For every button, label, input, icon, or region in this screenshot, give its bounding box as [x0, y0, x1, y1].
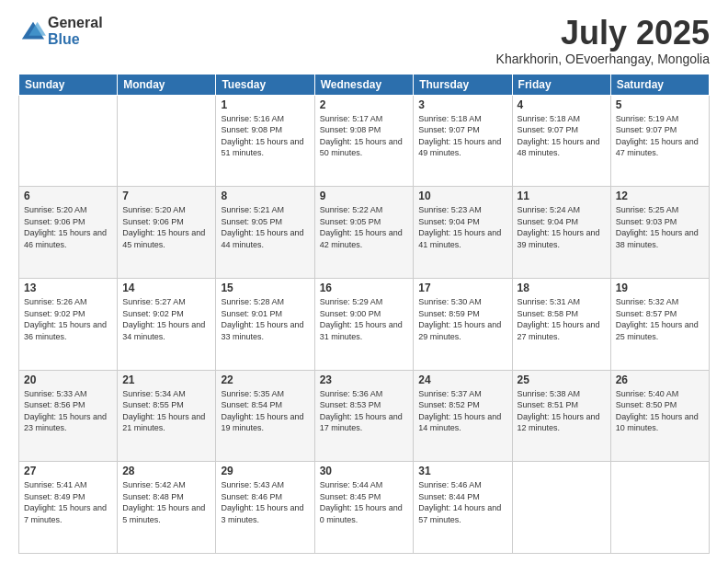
sunrise-text: Sunrise: 5:24 AM: [518, 205, 581, 214]
sunset-text: Sunset: 9:07 PM: [518, 125, 579, 134]
calendar-cell-2-4: 9 Sunrise: 5:22 AM Sunset: 9:05 PM Dayli…: [314, 187, 414, 279]
sunrise-text: Sunrise: 5:35 AM: [221, 389, 284, 398]
daylight-text: Daylight: 15 hours and 3 minutes.: [221, 503, 303, 524]
daylight-text: Daylight: 15 hours and 45 minutes.: [122, 228, 205, 249]
location-subtitle: Kharkhorin, OEvoerhangay, Mongolia: [496, 52, 710, 66]
day-number: 30: [320, 465, 409, 477]
day-number: 25: [518, 373, 606, 386]
day-number: 16: [320, 282, 409, 294]
daylight-text: Daylight: 15 hours and 38 minutes.: [616, 228, 699, 249]
cell-info: Sunrise: 5:32 AM Sunset: 8:57 PM Dayligh…: [616, 296, 704, 342]
day-number: 1: [221, 98, 309, 111]
daylight-text: Daylight: 15 hours and 17 minutes.: [320, 412, 403, 433]
col-sunday: Sunday: [19, 74, 118, 95]
day-number: 31: [418, 465, 506, 477]
col-monday: Monday: [118, 74, 216, 95]
cell-info: Sunrise: 5:18 AM Sunset: 9:07 PM Dayligh…: [518, 113, 606, 159]
day-number: 5: [616, 98, 704, 111]
page: General Blue July 2025 Kharkhorin, OEvoe…: [0, 0, 728, 563]
sunset-text: Sunset: 8:54 PM: [221, 400, 282, 409]
sunrise-text: Sunrise: 5:36 AM: [320, 389, 383, 398]
sunset-text: Sunset: 8:52 PM: [418, 400, 480, 409]
cell-info: Sunrise: 5:40 AM Sunset: 8:50 PM Dayligh…: [616, 388, 704, 434]
day-number: 2: [320, 98, 409, 111]
sunset-text: Sunset: 8:57 PM: [616, 309, 677, 318]
day-number: 26: [616, 373, 704, 386]
daylight-text: Daylight: 15 hours and 23 minutes.: [24, 412, 107, 433]
calendar-cell-1-3: 1 Sunrise: 5:16 AM Sunset: 9:08 PM Dayli…: [216, 95, 314, 187]
sunset-text: Sunset: 8:50 PM: [616, 400, 677, 409]
calendar-cell-4-2: 21 Sunrise: 5:34 AM Sunset: 8:55 PM Dayl…: [118, 370, 216, 462]
week-row-4: 20 Sunrise: 5:33 AM Sunset: 8:56 PM Dayl…: [19, 370, 710, 462]
sunrise-text: Sunrise: 5:30 AM: [418, 297, 482, 306]
day-number: 4: [518, 98, 606, 111]
logo-general-text: General: [48, 15, 103, 31]
sunrise-text: Sunrise: 5:22 AM: [320, 205, 383, 214]
sunrise-text: Sunrise: 5:28 AM: [221, 297, 284, 306]
calendar-cell-1-2: [118, 95, 216, 187]
calendar-cell-1-5: 3 Sunrise: 5:18 AM Sunset: 9:07 PM Dayli…: [414, 95, 512, 187]
sunset-text: Sunset: 8:51 PM: [518, 400, 579, 409]
sunrise-text: Sunrise: 5:25 AM: [616, 205, 679, 214]
calendar-cell-4-5: 24 Sunrise: 5:37 AM Sunset: 8:52 PM Dayl…: [414, 370, 512, 462]
calendar-cell-5-5: 31 Sunrise: 5:46 AM Sunset: 8:44 PM Dayl…: [414, 462, 512, 554]
sunrise-text: Sunrise: 5:27 AM: [122, 297, 186, 306]
cell-info: Sunrise: 5:22 AM Sunset: 9:05 PM Dayligh…: [320, 204, 409, 250]
daylight-text: Daylight: 15 hours and 27 minutes.: [518, 320, 600, 341]
cell-info: Sunrise: 5:17 AM Sunset: 9:08 PM Dayligh…: [320, 113, 409, 159]
sunset-text: Sunset: 9:07 PM: [418, 125, 480, 134]
calendar-cell-3-4: 16 Sunrise: 5:29 AM Sunset: 9:00 PM Dayl…: [314, 278, 414, 370]
cell-info: Sunrise: 5:24 AM Sunset: 9:04 PM Dayligh…: [518, 204, 606, 250]
daylight-text: Daylight: 15 hours and 39 minutes.: [518, 228, 600, 249]
header: General Blue July 2025 Kharkhorin, OEvoe…: [18, 15, 710, 66]
daylight-text: Daylight: 15 hours and 51 minutes.: [221, 137, 303, 158]
daylight-text: Daylight: 15 hours and 21 minutes.: [122, 412, 205, 433]
daylight-text: Daylight: 15 hours and 10 minutes.: [616, 412, 699, 433]
sunset-text: Sunset: 8:45 PM: [320, 492, 381, 501]
sunset-text: Sunset: 9:04 PM: [518, 217, 579, 226]
calendar-cell-4-7: 26 Sunrise: 5:40 AM Sunset: 8:50 PM Dayl…: [610, 370, 709, 462]
sunset-text: Sunset: 8:55 PM: [122, 400, 184, 409]
sunset-text: Sunset: 9:07 PM: [616, 125, 677, 134]
day-number: 18: [518, 282, 606, 294]
cell-info: Sunrise: 5:43 AM Sunset: 8:46 PM Dayligh…: [221, 479, 309, 525]
sunrise-text: Sunrise: 5:21 AM: [221, 205, 284, 214]
day-number: 11: [518, 190, 606, 202]
cell-info: Sunrise: 5:35 AM Sunset: 8:54 PM Dayligh…: [221, 388, 309, 434]
sunset-text: Sunset: 8:49 PM: [24, 492, 85, 501]
sunset-text: Sunset: 8:46 PM: [221, 492, 282, 501]
sunset-text: Sunset: 8:58 PM: [518, 309, 579, 318]
calendar-cell-3-1: 13 Sunrise: 5:26 AM Sunset: 9:02 PM Dayl…: [19, 278, 118, 370]
daylight-text: Daylight: 15 hours and 50 minutes.: [320, 137, 403, 158]
sunrise-text: Sunrise: 5:17 AM: [320, 114, 383, 123]
cell-info: Sunrise: 5:33 AM Sunset: 8:56 PM Dayligh…: [24, 388, 112, 434]
col-friday: Friday: [512, 74, 610, 95]
calendar-cell-5-2: 28 Sunrise: 5:42 AM Sunset: 8:48 PM Dayl…: [118, 462, 216, 554]
cell-info: Sunrise: 5:20 AM Sunset: 9:06 PM Dayligh…: [122, 204, 210, 250]
day-number: 28: [122, 465, 210, 477]
sunset-text: Sunset: 9:04 PM: [418, 217, 480, 226]
daylight-text: Daylight: 15 hours and 31 minutes.: [320, 320, 403, 341]
day-number: 13: [24, 282, 112, 294]
daylight-text: Daylight: 15 hours and 42 minutes.: [320, 228, 403, 249]
sunrise-text: Sunrise: 5:43 AM: [221, 480, 284, 489]
day-number: 15: [221, 282, 309, 294]
sunrise-text: Sunrise: 5:26 AM: [24, 297, 87, 306]
sunrise-text: Sunrise: 5:20 AM: [24, 205, 87, 214]
col-thursday: Thursday: [414, 74, 512, 95]
sunset-text: Sunset: 8:59 PM: [418, 309, 480, 318]
sunset-text: Sunset: 8:48 PM: [122, 492, 184, 501]
calendar-cell-1-7: 5 Sunrise: 5:19 AM Sunset: 9:07 PM Dayli…: [610, 95, 709, 187]
sunset-text: Sunset: 9:02 PM: [24, 309, 85, 318]
daylight-text: Daylight: 15 hours and 46 minutes.: [24, 228, 107, 249]
day-number: 8: [221, 190, 309, 202]
sunrise-text: Sunrise: 5:46 AM: [418, 480, 482, 489]
logo-blue-text: Blue: [48, 31, 103, 48]
day-number: 7: [122, 190, 210, 202]
cell-info: Sunrise: 5:30 AM Sunset: 8:59 PM Dayligh…: [418, 296, 506, 342]
cell-info: Sunrise: 5:41 AM Sunset: 8:49 PM Dayligh…: [24, 479, 112, 525]
cell-info: Sunrise: 5:42 AM Sunset: 8:48 PM Dayligh…: [122, 479, 210, 525]
daylight-text: Daylight: 15 hours and 34 minutes.: [122, 320, 205, 341]
week-row-3: 13 Sunrise: 5:26 AM Sunset: 9:02 PM Dayl…: [19, 278, 710, 370]
month-title: July 2025: [496, 15, 710, 52]
